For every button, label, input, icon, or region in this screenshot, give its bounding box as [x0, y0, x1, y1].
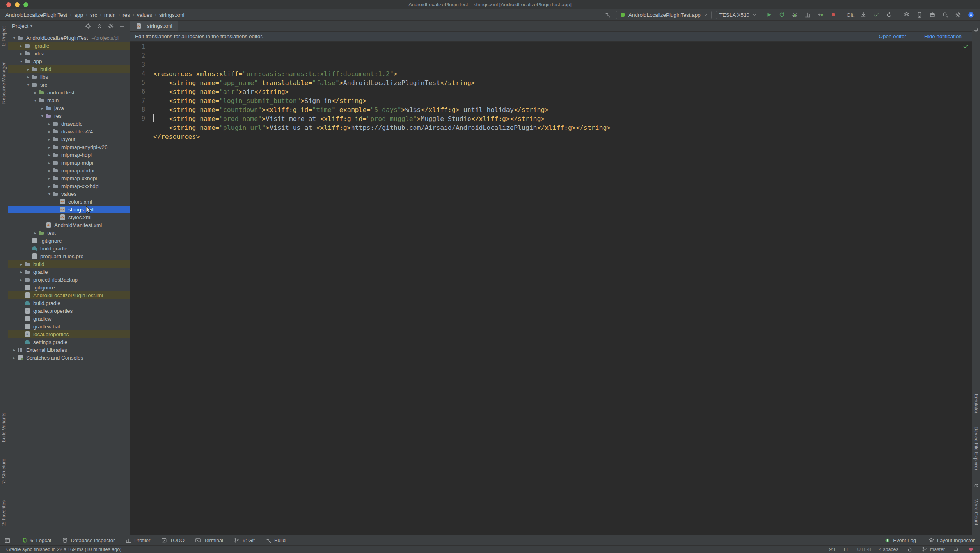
chevron-expanded-icon[interactable]: ▾ [25, 83, 31, 87]
toolwindow-button-9-git[interactable]: 9: Git [233, 537, 255, 544]
line-number[interactable]: 8 [130, 105, 145, 114]
status-9-1[interactable]: 9:1 [829, 547, 836, 552]
chevron-collapsed-icon[interactable]: ▸ [25, 67, 31, 71]
code-line[interactable]: <string name="countdown"><xliff:g id="ti… [153, 105, 972, 114]
code-line[interactable]: <string name="plugin_url">Visit us at <x… [153, 123, 972, 132]
tree-item-external-libraries[interactable]: ▸External Libraries [8, 346, 130, 354]
breadcrumb-item-androidlocalizeplugintest[interactable]: AndroidLocalizePluginTest [5, 12, 67, 18]
tree-item-build[interactable]: ▸build [8, 65, 130, 73]
code-line[interactable]: <string name="air">air</string> [153, 87, 972, 96]
tree-item-idea[interactable]: ▸.idea [8, 50, 130, 57]
locate-file-button[interactable] [85, 23, 92, 30]
tree-item-mipmap-xxxhdpi[interactable]: ▸mipmap-xxxhdpi [8, 182, 130, 190]
tree-item-libs[interactable]: ▸libs [8, 73, 130, 81]
line-number[interactable]: 4 [130, 69, 145, 78]
code-line[interactable]: <resources xmlns:xliff="urn:oasis:names:… [153, 69, 972, 78]
tree-item-mipmap-anydpi-v26[interactable]: ▸mipmap-anydpi-v26 [8, 143, 130, 151]
chevron-collapsed-icon[interactable]: ▸ [39, 106, 45, 110]
breadcrumb-item-strings-xml[interactable]: strings.xml [159, 12, 185, 18]
sdk-manager-button[interactable] [928, 11, 937, 19]
sidebar-item-device-file-explorer[interactable]: Device File Explorer [973, 427, 979, 470]
code-line[interactable]: <string name="app_name" translatable="fa… [153, 78, 972, 87]
line-number[interactable]: 5 [130, 78, 145, 87]
status-lf[interactable]: LF [844, 547, 850, 552]
tree-item-gradle[interactable]: ▸.gradle [8, 42, 130, 50]
tree-item-layout[interactable]: ▸layout [8, 135, 130, 143]
toolwindow-button-todo[interactable]: TODO [160, 537, 184, 544]
inspections-ok-icon[interactable] [963, 44, 968, 51]
tree-item-main[interactable]: ▾main [8, 96, 130, 104]
tree-item-gradle-properties[interactable]: gradle.properties [8, 307, 130, 315]
hide-notification-link[interactable]: Hide notification [924, 34, 962, 39]
editor-gutter[interactable]: 123456789 [130, 42, 150, 535]
chevron-collapsed-icon[interactable]: ▸ [46, 153, 52, 157]
status-bell-icon[interactable] [953, 546, 960, 553]
tab-strings-xml[interactable]: strings.xml [130, 21, 178, 31]
breadcrumb-item-app[interactable]: app [74, 12, 83, 18]
tree-item-src[interactable]: ▾src [8, 81, 130, 89]
chevron-expanded-icon[interactable]: ▾ [46, 192, 52, 196]
chevron-collapsed-icon[interactable]: ▸ [46, 184, 52, 188]
tree-item-gradlew-bat[interactable]: gradlew.bat [8, 323, 130, 330]
toolwindow-button-build[interactable]: Build [265, 537, 286, 544]
chevron-expanded-icon[interactable]: ▾ [11, 36, 17, 40]
chevron-collapsed-icon[interactable]: ▸ [46, 168, 52, 173]
hide-panel-button[interactable] [119, 23, 126, 30]
status-heart-icon[interactable] [968, 546, 975, 553]
debug-button[interactable] [790, 11, 799, 19]
toolwindow-button-database-inspector[interactable]: Database Inspector [62, 537, 115, 544]
sidebar-item-2-favorites[interactable]: 2: Favorites [1, 500, 7, 526]
tree-item-java[interactable]: ▸java [8, 104, 130, 112]
chevron-collapsed-icon[interactable]: ▸ [32, 90, 38, 95]
apply-changes-button[interactable] [778, 11, 786, 19]
toolwindow-button-terminal[interactable]: Terminal [195, 537, 223, 544]
tree-item-colors-xml[interactable]: colors.xml [8, 198, 130, 206]
chevron-collapsed-icon[interactable]: ▸ [46, 161, 52, 165]
tree-item-mipmap-xxhdpi[interactable]: ▸mipmap-xxhdpi [8, 174, 130, 182]
tree-item-gradle[interactable]: ▸gradle [8, 268, 130, 276]
tree-item-gradlew[interactable]: gradlew [8, 315, 130, 323]
git-commit-button[interactable] [872, 11, 881, 19]
tree-item-mipmap-mdpi[interactable]: ▸mipmap-mdpi [8, 159, 130, 167]
chevron-down-icon[interactable]: ▾ [30, 24, 32, 28]
status-lock-icon[interactable] [906, 546, 913, 553]
tree-item-build-gradle[interactable]: build.gradle [8, 245, 130, 252]
line-number[interactable]: 3 [130, 60, 145, 69]
build-hammer-icon[interactable] [603, 11, 612, 19]
code-line[interactable] [153, 141, 972, 150]
stop-button[interactable] [829, 11, 838, 19]
line-number[interactable]: 6 [130, 87, 145, 96]
code-area[interactable]: <resources xmlns:xliff="urn:oasis:names:… [150, 42, 972, 535]
tree-item-androidlocalizeplugintest[interactable]: ▾AndroidLocalizePluginTest~/projects/pl [8, 34, 130, 42]
tree-item-gitignore[interactable]: .gitignore [8, 284, 130, 291]
tree-item-local-properties[interactable]: local.properties [8, 330, 130, 338]
tree-item-androidmanifest-xml[interactable]: AndroidManifest.xml [8, 221, 130, 229]
chevron-collapsed-icon[interactable]: ▸ [32, 231, 38, 235]
profile-button[interactable] [803, 11, 812, 19]
chevron-expanded-icon[interactable]: ▾ [39, 114, 45, 118]
chevron-collapsed-icon[interactable]: ▸ [18, 270, 24, 274]
line-number[interactable]: 2 [130, 51, 145, 60]
tree-item-mipmap-hdpi[interactable]: ▸mipmap-hdpi [8, 151, 130, 159]
chevron-expanded-icon[interactable]: ▾ [32, 98, 38, 103]
toolwindow-button-event-log[interactable]: Event Log [884, 537, 916, 544]
tree-item-build[interactable]: ▸build [8, 260, 130, 268]
tree-item-drawable[interactable]: ▸drawable [8, 120, 130, 128]
tree-item-build-gradle[interactable]: build.gradle [8, 299, 130, 307]
chevron-collapsed-icon[interactable]: ▸ [25, 75, 31, 79]
chevron-collapsed-icon[interactable]: ▸ [46, 137, 52, 142]
tree-item-app[interactable]: ▾app [8, 57, 130, 65]
chevron-collapsed-icon[interactable]: ▸ [18, 44, 24, 48]
chevron-expanded-icon[interactable]: ▾ [18, 59, 24, 64]
tree-item-proguard-rules-pro[interactable]: proguard-rules.pro [8, 252, 130, 260]
tree-item-drawable-v24[interactable]: ▸drawable-v24 [8, 128, 130, 135]
device-manager-button[interactable] [915, 11, 924, 19]
tree-item-androidlocalizeplugintest-iml[interactable]: AndroidLocalizePluginTest.iml [8, 291, 130, 299]
code-line[interactable]: <string name="login_submit_button">Sign … [153, 96, 972, 105]
chevron-collapsed-icon[interactable]: ▸ [18, 51, 24, 56]
sidebar-item-1-project[interactable]: 1: Project [1, 26, 7, 47]
tree-item-projectfilesbackup[interactable]: ▸projectFilesBackup [8, 276, 130, 284]
breadcrumb-item-values[interactable]: values [137, 12, 152, 18]
tree-item-styles-xml[interactable]: styles.xml [8, 213, 130, 221]
sidebar-item-resource-manager[interactable]: Resource Manager [1, 62, 7, 104]
